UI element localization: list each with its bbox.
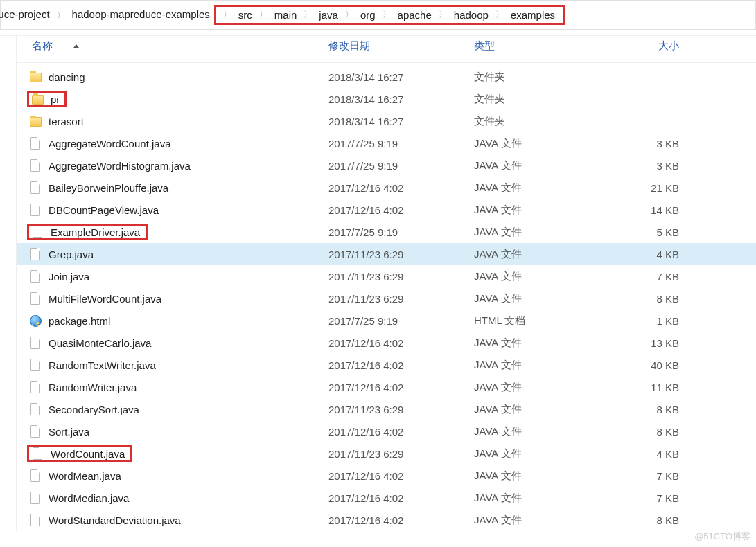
file-size: 14 KB xyxy=(613,204,696,216)
chevron-right-icon: 〉 xyxy=(256,9,270,21)
file-date: 2017/12/16 4:02 xyxy=(328,514,474,526)
file-icon xyxy=(31,447,44,460)
file-row[interactable]: AggregateWordHistogram.java2017/7/25 9:1… xyxy=(17,154,756,177)
file-row[interactable]: DBCountPageView.java2017/12/16 4:02JAVA … xyxy=(17,199,756,221)
chevron-right-icon: 〉 xyxy=(436,9,450,21)
file-row[interactable]: Join.java2017/11/23 6:29JAVA 文件7 KB xyxy=(17,265,756,287)
file-row[interactable]: ExampleDriver.java2017/7/25 9:19JAVA 文件5… xyxy=(17,221,756,243)
file-icon xyxy=(29,337,42,349)
file-size: 40 KB xyxy=(613,359,696,371)
nav-tree-sliver xyxy=(0,36,17,531)
file-row[interactable]: SecondarySort.java2017/11/23 6:29JAVA 文件… xyxy=(17,398,756,420)
highlight-box: ExampleDriver.java xyxy=(27,224,148,240)
file-icon xyxy=(29,359,42,371)
file-icon xyxy=(31,226,44,238)
header-type[interactable]: 类型 xyxy=(474,39,613,53)
file-size: 3 KB xyxy=(613,160,696,172)
file-row[interactable]: package.html2017/7/25 9:19HTML 文档1 KB xyxy=(17,310,756,332)
file-type: HTML 文档 xyxy=(474,314,613,328)
breadcrumb-item[interactable]: hadoop xyxy=(450,7,493,23)
file-type: JAVA 文件 xyxy=(474,181,613,195)
file-name: BaileyBorweinPlouffe.java xyxy=(49,182,168,194)
chevron-right-icon: 〉 xyxy=(342,9,356,21)
file-type: 文件夹 xyxy=(474,115,613,128)
file-name: terasort xyxy=(49,116,84,127)
file-type: JAVA 文件 xyxy=(474,381,613,394)
file-name: WordMean.java xyxy=(49,470,121,482)
header-name[interactable]: 名称 xyxy=(17,39,328,53)
file-type: JAVA 文件 xyxy=(474,159,613,172)
file-row[interactable]: Grep.java2017/11/23 6:29JAVA 文件4 KB xyxy=(17,243,756,265)
file-row[interactable]: BaileyBorweinPlouffe.java2017/12/16 4:02… xyxy=(17,177,756,199)
file-date: 2017/11/23 6:29 xyxy=(328,271,474,283)
breadcrumb-item[interactable]: hadoop-mapreduce-examples xyxy=(68,6,214,22)
file-name: Join.java xyxy=(49,271,89,283)
file-size: 3 KB xyxy=(613,138,696,150)
breadcrumb-item[interactable]: apache xyxy=(394,7,436,23)
file-date: 2017/12/16 4:02 xyxy=(328,204,474,216)
file-date: 2017/12/16 4:02 xyxy=(328,182,474,194)
file-row[interactable]: WordCount.java2017/11/23 6:29JAVA 文件4 KB xyxy=(17,442,756,465)
file-date: 2017/12/16 4:02 xyxy=(328,359,474,371)
file-size: 8 KB xyxy=(613,293,696,305)
file-row[interactable]: pi2018/3/14 16:27文件夹 xyxy=(17,88,756,110)
file-name: AggregateWordHistogram.java xyxy=(49,160,191,172)
file-type: 文件夹 xyxy=(474,71,613,84)
file-name: RandomWriter.java xyxy=(49,382,137,393)
file-date: 2018/3/14 16:27 xyxy=(328,71,474,83)
file-row[interactable]: WordMedian.java2017/12/16 4:02JAVA 文件7 K… xyxy=(17,487,756,509)
file-row[interactable]: WordStandardDeviation.java2017/12/16 4:0… xyxy=(17,509,756,531)
file-type: JAVA 文件 xyxy=(474,403,613,416)
header-date[interactable]: 修改日期 xyxy=(328,39,474,53)
breadcrumb-item[interactable]: src xyxy=(234,7,256,23)
file-date: 2018/3/14 16:27 xyxy=(328,93,474,105)
chevron-right-icon: 〉 xyxy=(380,9,394,21)
file-row[interactable]: WordMean.java2017/12/16 4:02JAVA 文件7 KB xyxy=(17,465,756,487)
header-size[interactable]: 大小 xyxy=(613,39,696,53)
file-size: 11 KB xyxy=(613,382,696,393)
file-name: pi xyxy=(51,93,59,105)
file-row[interactable]: QuasiMonteCarlo.java2017/12/16 4:02JAVA … xyxy=(17,332,756,354)
breadcrumb-item[interactable]: duce-project xyxy=(0,6,54,22)
folder-icon xyxy=(29,115,42,127)
html-icon xyxy=(29,314,42,327)
file-row[interactable]: RandomTextWriter.java2017/12/16 4:02JAVA… xyxy=(17,354,756,376)
file-date: 2017/11/23 6:29 xyxy=(328,404,474,415)
file-row[interactable]: RandomWriter.java2017/12/16 4:02JAVA 文件1… xyxy=(17,376,756,398)
file-icon xyxy=(29,270,42,283)
file-icon xyxy=(29,514,42,526)
file-type: JAVA 文件 xyxy=(474,337,613,350)
file-name: ExampleDriver.java xyxy=(51,226,140,238)
file-row[interactable]: terasort2018/3/14 16:27文件夹 xyxy=(17,110,756,132)
file-size: 4 KB xyxy=(613,249,696,260)
file-name: AggregateWordCount.java xyxy=(49,138,171,150)
breadcrumb-item[interactable]: org xyxy=(356,7,380,23)
file-type: 文件夹 xyxy=(474,93,613,106)
breadcrumb-item[interactable]: java xyxy=(315,7,342,23)
file-date: 2017/12/16 4:02 xyxy=(328,382,474,393)
breadcrumb-item[interactable]: main xyxy=(270,7,301,23)
file-date: 2018/3/14 16:27 xyxy=(328,116,474,127)
file-name: WordStandardDeviation.java xyxy=(49,514,181,526)
file-icon xyxy=(29,204,42,216)
column-headers: 名称 修改日期 类型 大小 xyxy=(17,36,756,63)
file-name: Sort.java xyxy=(49,426,89,438)
file-row[interactable]: dancing2018/3/14 16:27文件夹 xyxy=(17,66,756,88)
file-size: 8 KB xyxy=(613,404,696,415)
breadcrumb-item[interactable]: examples xyxy=(507,7,559,23)
file-date: 2017/12/16 4:02 xyxy=(328,337,474,349)
file-date: 2017/12/16 4:02 xyxy=(328,492,474,504)
file-name: WordMedian.java xyxy=(49,492,129,504)
file-icon xyxy=(29,381,42,393)
file-size: 8 KB xyxy=(613,514,696,526)
file-date: 2017/7/25 9:19 xyxy=(328,315,474,327)
file-name: QuasiMonteCarlo.java xyxy=(49,337,151,349)
file-row[interactable]: Sort.java2017/12/16 4:02JAVA 文件8 KB xyxy=(17,420,756,442)
file-name: dancing xyxy=(49,71,85,83)
file-date: 2017/12/16 4:02 xyxy=(328,470,474,482)
file-size: 7 KB xyxy=(613,492,696,504)
file-row[interactable]: AggregateWordCount.java2017/7/25 9:19JAV… xyxy=(17,132,756,154)
file-type: JAVA 文件 xyxy=(474,425,613,438)
file-row[interactable]: MultiFileWordCount.java2017/11/23 6:29JA… xyxy=(17,287,756,310)
file-type: JAVA 文件 xyxy=(474,292,613,305)
